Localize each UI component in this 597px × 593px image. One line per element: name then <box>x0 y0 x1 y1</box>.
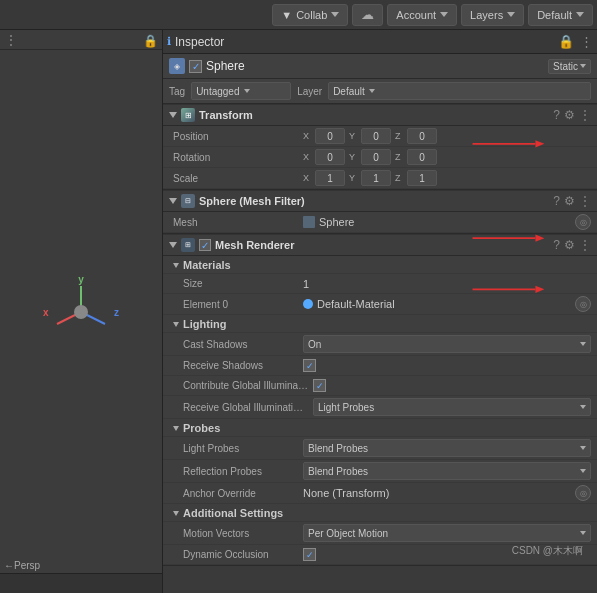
scl-x-field: X <box>303 170 345 186</box>
rot-y-field: Y <box>349 149 391 165</box>
materials-triangle-icon <box>173 263 179 268</box>
probes-sub-section[interactable]: Probes <box>163 419 597 437</box>
mesh-filter-help-icon[interactable]: ? <box>553 194 560 208</box>
mesh-filter-settings-icon[interactable]: ⚙ <box>564 194 575 208</box>
main-area: ⋮ y x z ←Persp 🔒 ℹ Inspector <box>0 30 597 593</box>
collab-button[interactable]: ▼ Collab <box>272 4 348 26</box>
scale-field: Scale X Y Z <box>163 168 597 189</box>
scl-z-field: Z <box>395 170 437 186</box>
receive-gi-value: Light Probes <box>318 402 374 413</box>
more-tab-icon[interactable]: ⋮ <box>580 34 593 49</box>
mesh-select-button[interactable]: ◎ <box>575 214 591 230</box>
tag-layer-row: Tag Untagged Layer Default <box>163 79 597 104</box>
mesh-filter-section-header[interactable]: ⊟ Sphere (Mesh Filter) ? ⚙ ⋮ <box>163 190 597 212</box>
scl-y-input[interactable] <box>361 170 391 186</box>
light-probes-label: Light Probes <box>173 443 303 454</box>
cast-shadows-dropdown[interactable]: On <box>303 335 591 353</box>
lighting-sub-section[interactable]: Lighting <box>163 315 597 333</box>
lock-tab-icon[interactable]: 🔒 <box>558 34 574 49</box>
mesh-renderer-checkbox[interactable] <box>199 239 211 251</box>
layer-dropdown-arrow <box>369 89 375 93</box>
account-arrow-icon <box>440 12 448 17</box>
scl-z-input[interactable] <box>407 170 437 186</box>
size-value: 1 <box>303 278 309 290</box>
layers-button[interactable]: Layers <box>461 4 524 26</box>
default-button[interactable]: Default <box>528 4 593 26</box>
position-values: X Y Z <box>303 128 591 144</box>
additional-sub-section[interactable]: Additional Settings <box>163 504 597 522</box>
rot-x-input[interactable] <box>315 149 345 165</box>
anchor-override-field: Anchor Override None (Transform) ◎ <box>163 483 597 504</box>
receive-gi-dropdown[interactable]: Light Probes <box>313 398 591 416</box>
mesh-renderer-section-actions: ? ⚙ ⋮ <box>553 238 591 252</box>
scale-label: Scale <box>173 173 303 184</box>
static-button[interactable]: Static <box>548 59 591 74</box>
object-active-checkbox[interactable] <box>189 60 202 73</box>
materials-sub-section[interactable]: Materials <box>163 256 597 274</box>
cast-shadows-field: Cast Shadows On <box>163 333 597 356</box>
material-dot-icon <box>303 299 313 309</box>
reflection-probes-dropdown[interactable]: Blend Probes <box>303 462 591 480</box>
mesh-renderer-section-header[interactable]: ⊞ Mesh Renderer ? ⚙ ⋮ <box>163 234 597 256</box>
account-button[interactable]: Account <box>387 4 457 26</box>
scene-panel-top: ⋮ <box>0 30 162 50</box>
pos-y-input[interactable] <box>361 128 391 144</box>
anchor-override-value: None (Transform) ◎ <box>303 485 591 501</box>
pos-x-field: X <box>303 128 345 144</box>
cloud-icon: ☁ <box>361 7 374 22</box>
pos-x-input[interactable] <box>315 128 345 144</box>
tag-value: Untagged <box>196 86 239 97</box>
tag-dropdown-arrow <box>244 89 250 93</box>
reflection-probes-arrow-icon <box>580 469 586 473</box>
inspector-tab-bar: ℹ Inspector 🔒 ⋮ <box>163 30 597 54</box>
rot-y-input[interactable] <box>361 149 391 165</box>
light-probes-arrow-icon <box>580 446 586 450</box>
dynamic-occlusion-label: Dynamic Occlusion <box>173 549 303 560</box>
receive-shadows-label: Receive Shadows <box>173 360 303 371</box>
collab-arrow-icon <box>331 12 339 17</box>
element0-label: Element 0 <box>173 299 303 310</box>
transform-more-icon[interactable]: ⋮ <box>579 108 591 122</box>
scene-gizmo: y x z <box>41 272 121 352</box>
transform-section-actions: ? ⚙ ⋮ <box>553 108 591 122</box>
mesh-renderer-settings-icon[interactable]: ⚙ <box>564 238 575 252</box>
rot-x-field: X <box>303 149 345 165</box>
static-arrow-icon <box>580 64 586 68</box>
probes-triangle-icon <box>173 426 179 431</box>
receive-gi-label: Receive Global Illuminati… <box>173 402 313 413</box>
element0-value: Default-Material ◎ <box>303 296 591 312</box>
mesh-renderer-help-icon[interactable]: ? <box>553 238 560 252</box>
scl-x-input[interactable] <box>315 170 345 186</box>
dynamic-occlusion-checkbox[interactable] <box>303 548 316 561</box>
object-name: Sphere <box>206 59 544 73</box>
lock-icon[interactable]: 🔒 <box>143 34 158 48</box>
receive-shadows-field: Receive Shadows <box>163 356 597 376</box>
materials-title: Materials <box>183 259 231 271</box>
probes-title: Probes <box>183 422 220 434</box>
light-probes-dropdown[interactable]: Blend Probes <box>303 439 591 457</box>
rot-z-input[interactable] <box>407 149 437 165</box>
motion-vectors-dropdown[interactable]: Per Object Motion <box>303 524 591 542</box>
pos-z-field: Z <box>395 128 437 144</box>
mesh-filter-triangle-icon <box>169 198 177 204</box>
rotation-field: Rotation X Y Z <box>163 147 597 168</box>
transform-settings-icon[interactable]: ⚙ <box>564 108 575 122</box>
watermark: CSDN @木木啊 <box>512 544 583 558</box>
contrib-gi-checkbox[interactable] <box>313 379 326 392</box>
pos-z-input[interactable] <box>407 128 437 144</box>
material-select-button[interactable]: ◎ <box>575 296 591 312</box>
mesh-filter-more-icon[interactable]: ⋮ <box>579 194 591 208</box>
mesh-renderer-more-icon[interactable]: ⋮ <box>579 238 591 252</box>
receive-shadows-checkbox[interactable] <box>303 359 316 372</box>
transform-section-header[interactable]: ⊞ Transform ? ⚙ ⋮ <box>163 104 597 126</box>
anchor-override-select-button[interactable]: ◎ <box>575 485 591 501</box>
layer-dropdown[interactable]: Default <box>328 82 591 100</box>
mesh-filter-section-title: Sphere (Mesh Filter) <box>199 195 549 207</box>
transform-help-icon[interactable]: ? <box>553 108 560 122</box>
scene-menu-icon[interactable]: ⋮ <box>4 32 18 48</box>
inspector-panel: ℹ Inspector 🔒 ⋮ ◈ <box>163 30 597 593</box>
scene-viewport[interactable]: y x z <box>0 50 162 573</box>
cloud-button[interactable]: ☁ <box>352 4 383 26</box>
position-label: Position <box>173 131 303 142</box>
tag-dropdown[interactable]: Untagged <box>191 82 291 100</box>
